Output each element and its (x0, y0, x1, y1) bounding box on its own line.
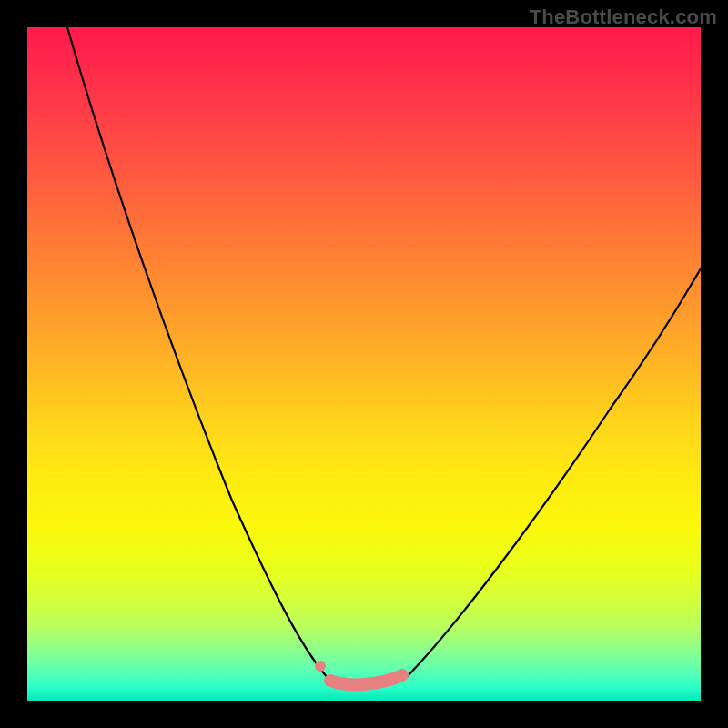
watermark-text: TheBottleneck.com (530, 5, 717, 29)
chart-frame: TheBottleneck.com (0, 0, 728, 728)
curve-left-descending (67, 27, 328, 678)
curve-overlay (27, 27, 701, 701)
plot-area (27, 27, 701, 701)
valley-marker-dot (315, 661, 326, 672)
valley-marker-segment (330, 675, 402, 685)
curve-right-ascending (405, 268, 701, 679)
